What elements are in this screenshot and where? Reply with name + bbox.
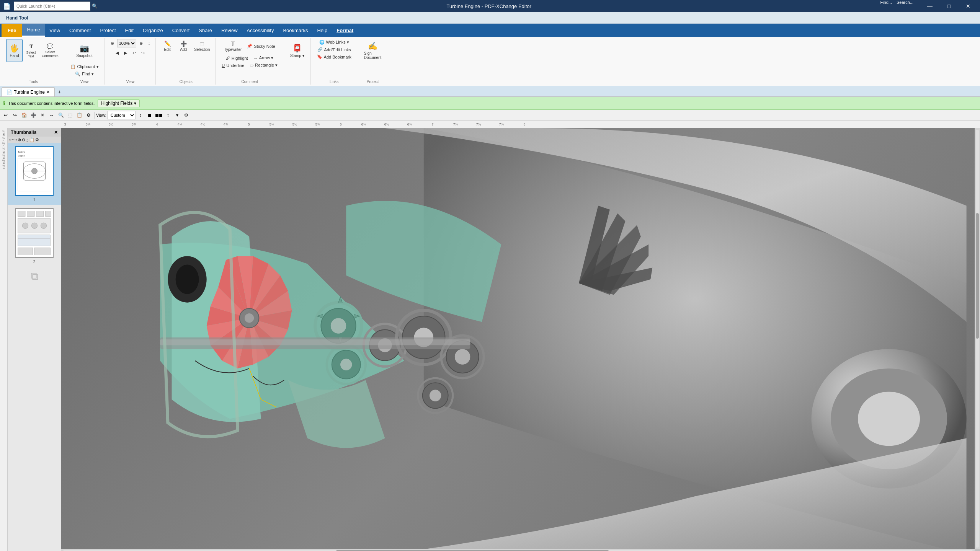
menu-protect[interactable]: Protect: [95, 24, 120, 37]
vertical-scrollbar[interactable]: [975, 128, 980, 549]
v-scroll-thumb[interactable]: [976, 213, 979, 339]
view-fit-btn[interactable]: ↕: [136, 111, 145, 119]
thumb-tool-7[interactable]: ⚙: [35, 137, 39, 142]
thumbnails-toolbar: ↩ ↪ ⊕ ⊖ ↕ 📋 ⚙: [8, 137, 61, 143]
info-icon: ℹ: [3, 100, 5, 106]
sticky-note-button[interactable]: 📌 Sticky Note: [245, 43, 278, 49]
view-single-btn[interactable]: ◼: [145, 111, 154, 119]
toolbar-move-btn[interactable]: ↔: [47, 111, 56, 119]
thumbnails-header: Thumbnails ✕: [8, 128, 61, 137]
add-tab-button[interactable]: +: [55, 87, 64, 96]
toolbar-select-btn[interactable]: ⬚: [66, 111, 74, 119]
fit-button[interactable]: ↕: [146, 40, 153, 46]
turbine-engine-view: [61, 128, 980, 551]
stamp-icon: 📮: [292, 44, 302, 53]
menu-accessibility[interactable]: Accessibility: [242, 24, 279, 37]
menu-share[interactable]: Share: [194, 24, 217, 37]
search-link[interactable]: Search...: [897, 0, 913, 12]
clipboard-icon: 📋: [70, 64, 76, 69]
ribbon-group-snapshot: 📷 Snapshot 📋 Clipboard ▾ 🔍 Find ▾ View: [65, 38, 105, 85]
menu-edit[interactable]: Edit: [121, 24, 138, 37]
copy-icon: ⧉: [31, 270, 38, 283]
toolbar-remove-btn[interactable]: ✕: [38, 111, 47, 119]
menu-view[interactable]: View: [45, 24, 65, 37]
thumb-tool-6[interactable]: 📋: [29, 137, 34, 142]
rotate-left-btn[interactable]: ↩: [130, 50, 138, 56]
zoom-out-button[interactable]: ⊖: [108, 40, 116, 47]
view-mode-select[interactable]: Custom Fit Page Fit Width: [107, 111, 136, 119]
select-comments-button[interactable]: 💬 SelectComments: [39, 42, 61, 59]
maximize-button[interactable]: □: [940, 0, 958, 12]
thumbnails-close-btn[interactable]: ✕: [54, 130, 58, 135]
add-button[interactable]: ➕ Add: [176, 39, 191, 53]
thumb-tool-5[interactable]: ↕: [26, 138, 28, 142]
thumb-tool-4[interactable]: ⊖: [22, 137, 25, 142]
thumbnail-page-2[interactable]: 2: [8, 205, 61, 267]
zoom-select[interactable]: 300% 200% 150% 100% 75%: [117, 39, 136, 47]
rectangle-button[interactable]: ▭ Rectangle ▾: [247, 62, 280, 68]
arrow-button[interactable]: → Arrow ▾: [251, 55, 276, 61]
thumbnail-page-1[interactable]: Turbine Engine 1: [8, 143, 61, 205]
minimize-button[interactable]: —: [921, 0, 939, 12]
menu-home[interactable]: Home: [22, 24, 45, 37]
zoom-in-button[interactable]: ⊕: [137, 40, 145, 47]
rotate-right-btn[interactable]: ↪: [139, 50, 147, 56]
find-link[interactable]: Find...: [880, 0, 892, 12]
menu-convert[interactable]: Convert: [168, 24, 194, 37]
menu-format[interactable]: Format: [332, 24, 358, 37]
toolbar-snap-btn[interactable]: 📋: [75, 111, 83, 119]
view-double-btn[interactable]: ◼◼: [155, 111, 163, 119]
view-options-btn[interactable]: ⚙: [182, 111, 191, 119]
toolbar-add-btn[interactable]: ➕: [29, 111, 38, 119]
toolbar-back-btn[interactable]: ↩: [2, 111, 10, 119]
underline-button[interactable]: U Underline: [219, 62, 247, 68]
sign-document-button[interactable]: ✍ SignDocument: [361, 39, 385, 62]
title-bar-left: 📄 🔍: [3, 2, 98, 11]
menu-organize[interactable]: Organize: [138, 24, 168, 37]
view-more-btn[interactable]: ▾: [173, 111, 181, 119]
quick-launch-input[interactable]: [14, 2, 90, 11]
tab-label: Turbine Engine: [14, 90, 45, 95]
v-scroll-track: [976, 130, 979, 548]
find-button[interactable]: 🔍 Find ▾: [73, 71, 96, 77]
menu-comment[interactable]: Comment: [65, 24, 95, 37]
tab-close-icon[interactable]: ✕: [46, 90, 50, 95]
menu-help[interactable]: Help: [312, 24, 332, 37]
edit-button[interactable]: ✏️ Edit: [160, 39, 175, 53]
hand-tool-button[interactable]: 🖐 Hand: [6, 39, 23, 62]
highlight-fields-label: Highlight Fields: [101, 101, 132, 106]
snapshot-button[interactable]: 📷 Snapshot: [73, 39, 95, 62]
file-menu[interactable]: File: [2, 24, 22, 37]
thumb-tool-2[interactable]: ↪: [13, 137, 17, 142]
clipboard-button[interactable]: 📋 Clipboard ▾: [68, 64, 101, 70]
horizontal-scrollbar[interactable]: [61, 549, 975, 551]
prev-page-btn[interactable]: ◀: [113, 50, 121, 56]
stamp-button[interactable]: 📮 Stamp ▾: [287, 39, 307, 62]
typewriter-button[interactable]: 𝕋 Typewriter: [222, 39, 244, 53]
close-button[interactable]: ✕: [959, 0, 977, 12]
tab-turbine-engine[interactable]: 📄 Turbine Engine ✕: [2, 87, 55, 96]
toolbar-forward-btn[interactable]: ↪: [11, 111, 19, 119]
toolbar-zoom-btn[interactable]: 🔍: [57, 111, 65, 119]
add-bookmark-button[interactable]: 🔖 Add Bookmark: [315, 54, 354, 60]
find-icon: 🔍: [75, 72, 80, 77]
thumb-tool-1[interactable]: ↩: [9, 137, 13, 142]
app-icon: 📄: [3, 3, 11, 10]
view-scroll-btn[interactable]: ↕: [164, 111, 172, 119]
menu-review[interactable]: Review: [217, 24, 242, 37]
add-edit-links-button[interactable]: 🔗 Add/Edit Links: [315, 46, 353, 53]
web-links-button[interactable]: 🌐 Web Links ▾: [317, 39, 351, 46]
highlight-fields-button[interactable]: Highlight Fields ▾: [98, 99, 140, 107]
thumb-tool-3[interactable]: ⊕: [18, 137, 21, 142]
menu-bookmarks[interactable]: Bookmarks: [278, 24, 312, 37]
select-text-button[interactable]: 𝐓 SelectText: [23, 42, 39, 60]
toolbar-home-btn[interactable]: 🏠: [20, 111, 28, 119]
selection-button[interactable]: ⬚ Selection: [192, 39, 212, 53]
ribbon-group-zoom: ⊖ 300% 200% 150% 100% 75% ⊕ ↕ ◀ ▶ ↩ ↪ Vi…: [105, 38, 156, 85]
snapshot-icon: 📷: [80, 44, 89, 53]
svg-rect-10: [27, 211, 34, 216]
toolbar-settings-btn[interactable]: ⚙: [84, 111, 93, 119]
next-page-btn[interactable]: ▶: [122, 50, 129, 56]
sign-document-icon: ✍: [368, 41, 377, 51]
highlight-button[interactable]: 🖊 Highlight: [224, 55, 250, 61]
